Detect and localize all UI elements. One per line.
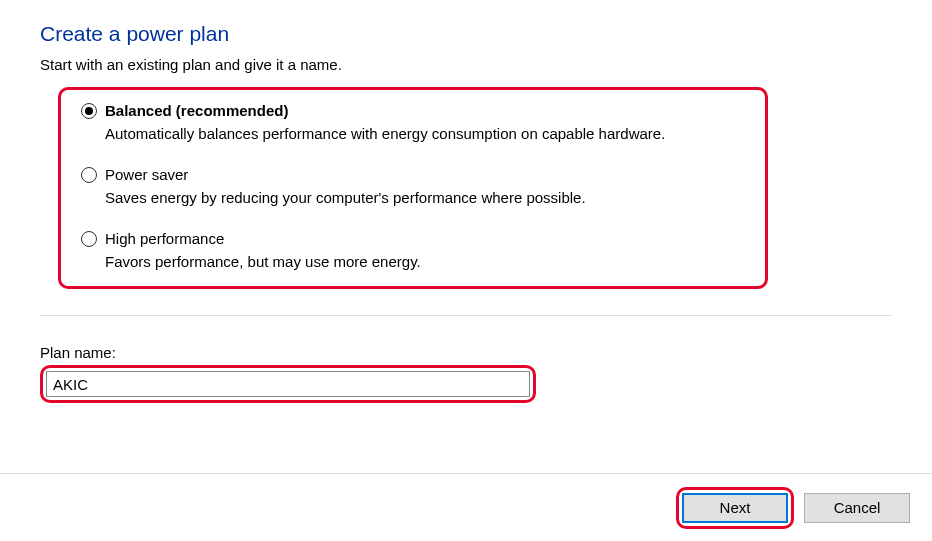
plan-name-input[interactable] xyxy=(46,371,530,397)
next-button[interactable]: Next xyxy=(682,493,788,523)
plan-desc-highperf: Favors performance, but may use more ene… xyxy=(105,253,745,270)
radio-balanced[interactable] xyxy=(81,103,97,119)
radio-powersaver[interactable] xyxy=(81,167,97,183)
plan-name-highlight xyxy=(40,365,536,403)
plan-option-balanced[interactable]: Balanced (recommended) Automatically bal… xyxy=(81,102,745,142)
plan-label-highperf: High performance xyxy=(105,230,224,247)
page-title: Create a power plan xyxy=(40,22,892,46)
plan-option-powersaver[interactable]: Power saver Saves energy by reducing you… xyxy=(81,166,745,206)
radio-highperf[interactable] xyxy=(81,231,97,247)
plan-option-highperf[interactable]: High performance Favors performance, but… xyxy=(81,230,745,270)
footer-bar: Next Cancel xyxy=(0,473,932,541)
next-button-highlight: Next xyxy=(676,487,794,529)
plan-desc-balanced: Automatically balances performance with … xyxy=(105,125,745,142)
plan-label-powersaver: Power saver xyxy=(105,166,188,183)
divider xyxy=(40,315,892,316)
cancel-button[interactable]: Cancel xyxy=(804,493,910,523)
plan-options-group: Balanced (recommended) Automatically bal… xyxy=(58,87,768,289)
plan-label-balanced: Balanced (recommended) xyxy=(105,102,288,119)
page-subtitle: Start with an existing plan and give it … xyxy=(40,56,892,73)
plan-desc-powersaver: Saves energy by reducing your computer's… xyxy=(105,189,745,206)
plan-name-label: Plan name: xyxy=(40,344,892,361)
